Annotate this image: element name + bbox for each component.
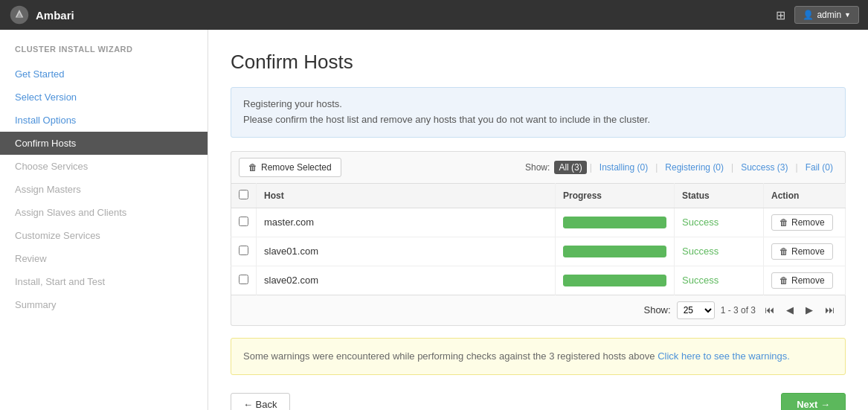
sidebar-item-summary: Summary [0, 293, 208, 316]
sidebar-item-assign-slaves: Assign Slaves and Clients [0, 201, 208, 224]
filter-sep-3: | [731, 162, 733, 173]
host-action: 🗑 Remove [764, 237, 846, 266]
filter-fail[interactable]: Fail (0) [801, 161, 838, 174]
remove-selected-label: Remove Selected [261, 162, 332, 173]
host-status: Success [675, 237, 764, 266]
admin-label: admin [817, 10, 841, 20]
table-row: slave01.comSuccess🗑 Remove [231, 237, 846, 266]
progress-bar-fill [563, 246, 666, 257]
sidebar-item-install-start-test: Install, Start and Test [0, 270, 208, 293]
footer-buttons: ← Back Next → [231, 393, 846, 410]
pagination-bar: Show: 25 50 100 1 - 3 of 3 ⏮ ◀ ▶ ⏭ [231, 295, 846, 326]
select-all-checkbox[interactable] [239, 190, 248, 199]
table-row: slave02.comSuccess🗑 Remove [231, 266, 846, 295]
remove-selected-button[interactable]: 🗑 Remove Selected [239, 158, 341, 177]
sidebar-items: Get StartedSelect VersionInstall Options… [0, 63, 208, 316]
show-filters: Show: All (3)|Installing (0)|Registering… [525, 161, 838, 174]
host-progress [556, 208, 675, 237]
col-progress: Progress [556, 183, 675, 208]
col-action: Action [764, 183, 846, 208]
sidebar-item-install-options[interactable]: Install Options [0, 109, 208, 132]
show-label: Show: [525, 162, 550, 173]
filter-sep-2: | [655, 162, 658, 173]
table-row: master.comSuccess🗑 Remove [231, 208, 846, 237]
col-checkbox [231, 183, 257, 208]
filter-success[interactable]: Success (3) [736, 161, 792, 174]
layout: CLUSTER INSTALL WIZARD Get StartedSelect… [0, 30, 868, 410]
host-progress [556, 266, 675, 295]
prev-page-button[interactable]: ◀ [783, 303, 797, 317]
pagination-show-label: Show: [643, 304, 670, 315]
host-progress [556, 237, 675, 266]
remove-host-button[interactable]: 🗑 Remove [771, 272, 833, 289]
navbar: Ambari ⊞ 👤 admin [0, 0, 868, 30]
sidebar-item-confirm-hosts[interactable]: Confirm Hosts [0, 132, 208, 155]
host-status: Success [675, 266, 764, 295]
warning-text: Some warnings were encountered while per… [243, 350, 658, 362]
first-page-button[interactable]: ⏮ [762, 303, 777, 317]
hosts-table: Host Progress Status Action master.comSu… [231, 183, 846, 295]
filter-registering[interactable]: Registering (0) [660, 161, 728, 174]
host-status: Success [675, 208, 764, 237]
remove-icon: 🗑 [779, 217, 788, 228]
host-name: slave01.com [257, 237, 556, 266]
info-line2: Please confirm the host list and remove … [243, 112, 833, 128]
sidebar-item-assign-masters: Assign Masters [0, 178, 208, 201]
filter-buttons: All (3)|Installing (0)|Registering (0)|S… [554, 161, 838, 174]
warning-box: Some warnings were encountered while per… [231, 338, 846, 376]
next-button[interactable]: Next → [781, 393, 846, 410]
col-status: Status [675, 183, 764, 208]
info-line1: Registering your hosts. [243, 97, 833, 112]
admin-menu-button[interactable]: 👤 admin [794, 6, 859, 24]
sidebar-item-select-version[interactable]: Select Version [0, 86, 208, 109]
hosts-tbody: master.comSuccess🗑 Removeslave01.comSucc… [231, 208, 846, 295]
brand-text: Ambari [36, 9, 74, 22]
brand: Ambari [9, 4, 74, 25]
host-name: master.com [257, 208, 556, 237]
row-checkbox[interactable] [239, 217, 248, 226]
page-title: Confirm Hosts [231, 51, 846, 74]
page-size-select[interactable]: 25 50 100 [677, 301, 715, 319]
next-page-button[interactable]: ▶ [803, 303, 816, 317]
grid-icon[interactable]: ⊞ [776, 8, 785, 22]
sidebar-item-get-started[interactable]: Get Started [0, 63, 208, 86]
page-info: 1 - 3 of 3 [721, 305, 756, 315]
sidebar-section-title: CLUSTER INSTALL WIZARD [0, 45, 208, 63]
remove-icon: 🗑 [779, 246, 788, 257]
sidebar-item-review: Review [0, 247, 208, 270]
sidebar-item-customize-services: Customize Services [0, 224, 208, 247]
filter-sep-4: | [796, 162, 798, 173]
host-action: 🗑 Remove [764, 208, 846, 237]
last-page-button[interactable]: ⏭ [822, 303, 838, 317]
user-icon: 👤 [803, 10, 814, 20]
filter-installing[interactable]: Installing (0) [595, 161, 652, 174]
filter-sep-1: | [590, 162, 592, 173]
progress-bar-fill [563, 217, 666, 228]
navbar-right: ⊞ 👤 admin [776, 6, 859, 24]
row-checkbox[interactable] [239, 275, 248, 284]
filter-all[interactable]: All (3) [554, 161, 586, 174]
host-name: slave02.com [257, 266, 556, 295]
warning-link[interactable]: Click here to see the warnings. [658, 350, 790, 362]
info-box: Registering your hosts. Please confirm t… [231, 87, 846, 138]
host-action: 🗑 Remove [764, 266, 846, 295]
remove-host-button[interactable]: 🗑 Remove [771, 214, 833, 231]
remove-icon: 🗑 [779, 275, 788, 286]
sidebar-item-choose-services: Choose Services [0, 155, 208, 178]
progress-bar-fill [563, 275, 666, 286]
col-host: Host [257, 183, 556, 208]
remove-host-button[interactable]: 🗑 Remove [771, 243, 833, 260]
back-button[interactable]: ← Back [231, 393, 290, 410]
trash-icon: 🗑 [248, 162, 257, 173]
row-checkbox[interactable] [239, 246, 248, 255]
table-toolbar: 🗑 Remove Selected Show: All (3)|Installi… [231, 151, 846, 183]
sidebar: CLUSTER INSTALL WIZARD Get StartedSelect… [0, 30, 208, 410]
ambari-logo [9, 4, 30, 25]
main-content: Confirm Hosts Registering your hosts. Pl… [208, 30, 868, 410]
